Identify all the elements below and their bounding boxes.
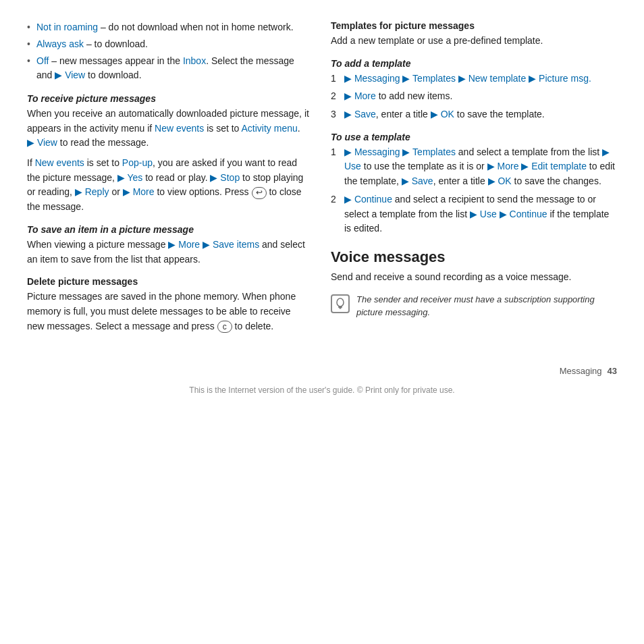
receive-heading: To receive picture messages <box>27 93 311 104</box>
add-template-steps: 1 ▶ Messaging ▶ Templates ▶ New template… <box>331 72 617 122</box>
main-layout: Not in roaming – do not download when no… <box>27 20 617 339</box>
note-svg-icon <box>334 298 346 310</box>
bullet-off: Off – new messages appear in the Inbox. … <box>27 54 311 82</box>
svg-rect-1 <box>338 306 342 308</box>
new-events2-label: New events <box>35 157 84 168</box>
save-para1: When viewing a picture message ▶ More ▶ … <box>27 238 311 267</box>
p2-if: If <box>27 157 35 168</box>
use-step-1-text: ▶ Messaging ▶ Templates and select a tem… <box>344 145 617 189</box>
right-column: Templates for picture messages Add a new… <box>331 20 617 339</box>
popup-label: Pop-up <box>122 157 153 168</box>
receive-para1: When you receive an automatically downlo… <box>27 107 311 151</box>
p1-view-end: to read the message. <box>57 137 149 148</box>
inbox-label: Inbox <box>183 55 206 66</box>
save-p1: When viewing a picture message <box>27 239 168 250</box>
back-key: ↩ <box>252 187 267 199</box>
add-step-3-text: ▶ Save, enter a title ▶ OK to save the t… <box>344 107 545 122</box>
more-label-save: ▶ More <box>168 239 200 250</box>
use-template-heading: To use a template <box>331 132 617 142</box>
delete-para1: Picture messages are saved in the phone … <box>27 290 311 333</box>
footer-disclaimer: This is the Internet version of the user… <box>27 385 617 395</box>
use-step-2: 2 ▶ Continue and select a recipient to s… <box>331 192 617 236</box>
bullet-not-in-roaming: Not in roaming – do not download when no… <box>27 20 311 34</box>
add-step-1-text: ▶ Messaging ▶ Templates ▶ New template ▶… <box>344 72 591 86</box>
svg-point-0 <box>337 298 344 306</box>
page-number-row: Messaging 43 <box>27 366 617 376</box>
view-rest: to download. <box>85 70 141 80</box>
always-ask-label: Always ask <box>36 38 84 49</box>
delete-heading: Delete picture messages <box>27 276 311 287</box>
left-column: Not in roaming – do not download when no… <box>27 20 311 339</box>
step-num-2: 2 <box>331 89 340 104</box>
save-heading: To save an item in a picture message <box>27 224 311 235</box>
templates-main-heading: Templates for picture messages <box>331 20 617 31</box>
p1-end: . <box>298 123 300 134</box>
page-footer-area: Messaging 43 This is the Internet versio… <box>27 366 617 395</box>
p2-yes: to read or play. <box>142 172 210 183</box>
add-step-3: 3 ▶ Save, enter a title ▶ OK to save the… <box>331 107 617 122</box>
use-step-1: 1 ▶ Messaging ▶ Templates and select a t… <box>331 145 617 189</box>
use-step-2-text: ▶ Continue and select a recipient to sen… <box>344 192 617 236</box>
new-events-label: New events <box>155 123 204 134</box>
note-box: The sender and receiver must have a subs… <box>331 293 617 325</box>
delete-p1-end: to delete. <box>232 321 274 331</box>
note-icon <box>331 294 350 313</box>
reply-label: ▶ Reply <box>75 186 109 197</box>
off-label: Off <box>36 55 49 66</box>
step-num-3: 3 <box>331 107 340 122</box>
use-step-num-2: 2 <box>331 192 340 236</box>
c-key: c <box>217 321 232 333</box>
add-step-1: 1 ▶ Messaging ▶ Templates ▶ New template… <box>331 72 617 86</box>
view-label-receive: ▶ View <box>27 137 57 148</box>
stop-label: ▶ Stop <box>210 172 240 183</box>
p2-or: or <box>109 186 123 197</box>
add-step-2: 2 ▶ More to add new items. <box>331 89 617 104</box>
step-num-1: 1 <box>331 72 340 86</box>
use-template-steps: 1 ▶ Messaging ▶ Templates and select a t… <box>331 145 617 236</box>
receive-para2: If New events is set to Pop-up, you are … <box>27 156 311 215</box>
not-in-roaming-rest: – do not download when not in home netwo… <box>98 22 294 32</box>
bullet-always-ask: Always ask – to download. <box>27 37 311 51</box>
section-label: Messaging <box>560 366 602 376</box>
activity-menu-label: Activity menu <box>242 123 298 134</box>
templates-intro: Add a new template or use a pre-defined … <box>331 34 617 49</box>
yes-label: ▶ Yes <box>117 172 142 183</box>
always-ask-rest: – to download. <box>84 38 148 49</box>
svg-rect-2 <box>340 308 342 309</box>
save-items-label: ▶ Save items <box>203 239 259 250</box>
p2-more: to view options. Press <box>155 186 252 197</box>
p2-mid: is set to <box>84 157 122 168</box>
add-template-heading: To add a template <box>331 58 617 69</box>
more-label-receive: ▶ More <box>123 186 155 197</box>
page-number: 43 <box>608 366 617 376</box>
p1-mid: is set to <box>204 123 241 134</box>
not-in-roaming-label: Not in roaming <box>36 22 98 32</box>
off-rest: – new messages appear in the <box>49 55 182 66</box>
use-step-num-1: 1 <box>331 145 340 189</box>
note-text: The sender and receiver must have a subs… <box>356 293 617 319</box>
voice-intro: Send and receive a sound recording as a … <box>331 270 617 285</box>
voice-heading: Voice messages <box>331 248 617 266</box>
view-label-bullet: ▶ View <box>55 70 85 80</box>
add-step-2-text: ▶ More to add new items. <box>344 89 452 104</box>
roaming-bullets: Not in roaming – do not download when no… <box>27 20 311 82</box>
